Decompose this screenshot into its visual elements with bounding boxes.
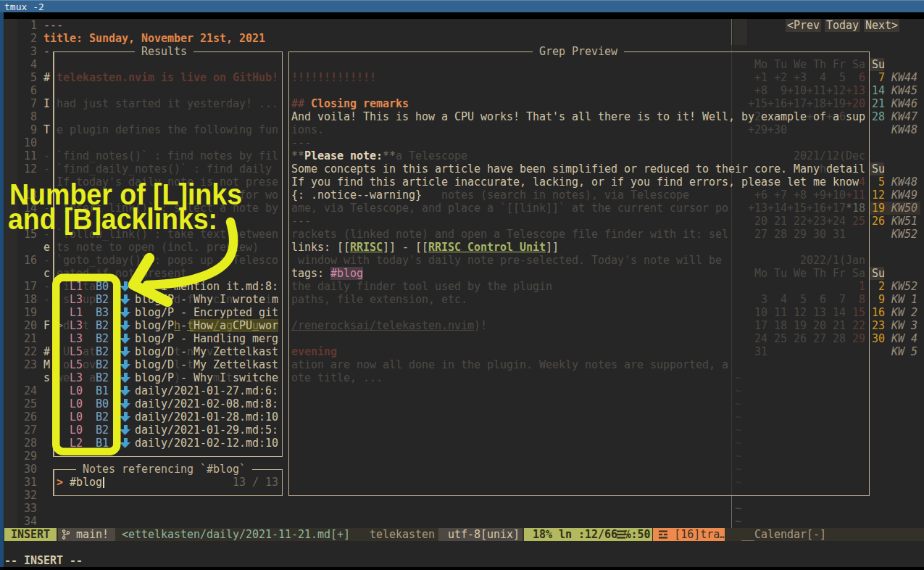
preview-text: Please note: <box>304 149 383 162</box>
statusline-text: 18% ln :12/66 <box>533 528 617 541</box>
calendar-date[interactable]: 14 <box>872 84 885 97</box>
line-number: 4 <box>30 58 37 71</box>
buffer-text: - <box>43 45 50 58</box>
result-links-count: L3 <box>70 293 83 306</box>
statusline-text: utf-8[unix] <box>448 528 520 541</box>
calendar-day: 28 <box>833 332 846 345</box>
down-arrow-icon <box>120 307 130 318</box>
result-backlinks-count: B2 <box>96 293 109 306</box>
buffer-text: d <box>63 319 70 332</box>
buffer-text: - <box>43 149 50 162</box>
preview-text: If you find this article inaccurate, lac… <box>291 175 859 189</box>
calendar-date[interactable]: 26 <box>872 215 885 228</box>
preview-text: ]] - [[ <box>383 241 428 254</box>
calendar-week-number: KW 4 <box>891 332 917 345</box>
preview-text: --- <box>291 136 311 149</box>
calendar-day: 29 <box>794 228 807 241</box>
calendar-day: Mo <box>754 267 767 280</box>
calendar-week-number: KW 2 <box>891 306 917 319</box>
buffer-text: ~ <box>735 410 741 424</box>
calendar-nav-Next[interactable]: Next> <box>865 19 898 32</box>
calendar-day: 17 <box>754 319 767 332</box>
calendar-su-header: Su <box>872 58 885 71</box>
calendar-day: 1 <box>859 280 865 293</box>
calendar-date[interactable]: 16 <box>872 306 885 319</box>
buffer-text: M <box>43 358 50 371</box>
calendar-date[interactable]: 28 <box>872 110 885 123</box>
calendar-date[interactable]: 2 <box>878 280 885 293</box>
calendar-day: 22 <box>852 319 865 332</box>
calendar-month-title: 2021/12(Dec <box>794 149 865 162</box>
line-number: 29 <box>24 450 37 463</box>
buffer-text: - <box>43 162 50 175</box>
result-file: daily/2021-01-27.md:6: <box>135 384 278 397</box>
result-backlinks-count: B1 <box>96 384 109 397</box>
preview-text: tags: <box>291 267 324 280</box>
result-backlinks-count: B3 <box>96 306 109 319</box>
prompt-border-right <box>282 469 283 495</box>
calendar-day: 9 <box>781 84 787 97</box>
calendar-date[interactable]: 9 <box>878 293 885 306</box>
window-title: tmux -2 <box>4 1 44 13</box>
calendar-day: +9 <box>813 189 826 202</box>
calendar-day: +18 <box>807 97 826 110</box>
calendar-week-number: KW46 <box>891 97 917 110</box>
calendar-week-number: KW52 <box>891 228 917 241</box>
buffer-text: title: Sunday, November 21st, 2021 <box>43 32 265 45</box>
calendar-day: +15 <box>748 97 767 110</box>
calendar-day: 13 <box>813 306 826 319</box>
buffer-text: s <box>63 293 70 306</box>
calendar-date[interactable]: 23 <box>872 319 885 332</box>
calendar-day: 6 <box>820 293 826 306</box>
calendar-day: +10 <box>787 84 807 97</box>
calendar-day: +19 <box>826 97 846 110</box>
result-file: blog/P - Why I wrote m <box>135 293 278 306</box>
calendar-day: +12 <box>826 84 846 97</box>
trigram-icon <box>659 530 667 539</box>
calendar-day: 25 <box>774 332 787 345</box>
line-number: 12 <box>24 162 37 175</box>
buffer-text: t <box>226 371 233 384</box>
buffer-text: - <box>43 293 50 306</box>
calendar-date[interactable]: 19 <box>872 202 885 215</box>
down-arrow-icon <box>120 386 130 396</box>
line-number: 9 <box>30 123 37 136</box>
window-separator <box>731 19 733 45</box>
result-backlinks-count: B2 <box>96 424 109 437</box>
preview-text: links: [[ <box>291 241 350 254</box>
buffer-text: 4 <box>859 175 865 189</box>
calendar-day: Mo <box>754 58 767 71</box>
buffer-text: t <box>83 319 89 332</box>
calendar-date[interactable]: 7 <box>878 71 885 84</box>
line-number: 17 <box>24 280 37 293</box>
line-number: 28 <box>24 437 37 450</box>
calendar-date[interactable]: 21 <box>872 97 885 110</box>
statusline-text: telekasten <box>370 528 435 541</box>
window-titlebar: tmux -2 <box>0 0 924 12</box>
buffer-text: t <box>174 345 180 358</box>
calendar-date[interactable]: 5 <box>878 175 885 189</box>
buffer-text: ta <box>83 280 96 293</box>
calendar-day: Sa <box>852 267 865 280</box>
terminal-screen: tmux -2 Results Grep Preview Notes refer… <box>0 0 924 570</box>
calendar-day: Th <box>813 267 826 280</box>
prompt-input[interactable]: #blog <box>70 476 102 489</box>
line-number: 1 <box>30 19 37 32</box>
result-links-count: L0 <box>70 424 83 437</box>
line-number: 8 <box>30 110 37 123</box>
preview-text: RRISC Control Unit <box>428 241 546 254</box>
calendar-nav-Prev[interactable]: <Prev <box>787 19 820 32</box>
match-char: t <box>187 319 193 332</box>
buffer-text: l <box>174 358 180 371</box>
calendar-date[interactable]: 30 <box>872 332 885 345</box>
calendar-nav-Today[interactable]: Today <box>826 19 859 32</box>
selection-caret: > <box>57 319 63 332</box>
calendar-week-number: KW48 <box>891 123 917 136</box>
calendar-day: +1 <box>754 71 767 84</box>
down-arrow-icon <box>120 321 130 331</box>
line-number: 30 <box>24 463 37 476</box>
calendar-date[interactable]: 12 <box>872 189 885 202</box>
terminal-bottom-margin <box>4 567 924 570</box>
buffer-text: telekasten.nvim is live on GitHub! <box>57 71 278 84</box>
buffer-text: ions. <box>291 123 324 136</box>
